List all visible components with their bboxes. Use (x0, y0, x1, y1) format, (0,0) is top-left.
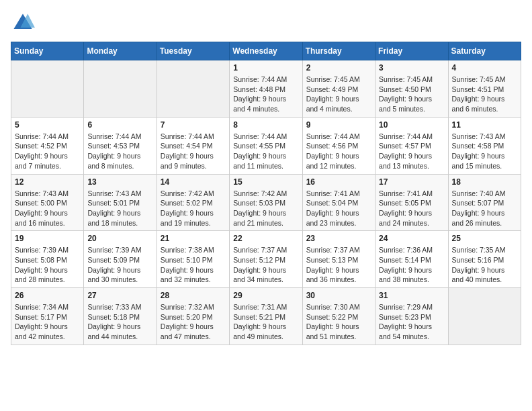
day-info: Sunrise: 7:40 AMSunset: 5:07 PMDaylight:… (452, 189, 517, 228)
calendar-cell: 4Sunrise: 7:45 AMSunset: 4:51 PMDaylight… (448, 60, 521, 118)
calendar-cell: 28Sunrise: 7:32 AMSunset: 5:20 PMDayligh… (157, 288, 229, 345)
calendar-cell: 8Sunrise: 7:44 AMSunset: 4:55 PMDaylight… (230, 117, 302, 174)
calendar-cell: 21Sunrise: 7:38 AMSunset: 5:10 PMDayligh… (157, 231, 229, 288)
day-number: 25 (452, 234, 517, 243)
day-info: Sunrise: 7:44 AMSunset: 4:56 PMDaylight:… (306, 132, 371, 171)
calendar-cell: 30Sunrise: 7:30 AMSunset: 5:22 PMDayligh… (302, 288, 375, 345)
calendar-cell: 23Sunrise: 7:37 AMSunset: 5:13 PMDayligh… (302, 231, 375, 288)
day-number: 2 (306, 63, 371, 73)
day-info: Sunrise: 7:41 AMSunset: 5:05 PMDaylight:… (379, 189, 444, 228)
day-info: Sunrise: 7:45 AMSunset: 4:51 PMDaylight:… (452, 75, 517, 114)
calendar-cell: 27Sunrise: 7:33 AMSunset: 5:18 PMDayligh… (84, 288, 157, 345)
day-info: Sunrise: 7:43 AMSunset: 5:00 PMDaylight:… (15, 189, 80, 228)
day-number: 30 (306, 291, 371, 300)
calendar-cell: 11Sunrise: 7:43 AMSunset: 4:58 PMDayligh… (448, 117, 521, 174)
day-info: Sunrise: 7:36 AMSunset: 5:14 PMDaylight:… (379, 245, 444, 285)
logo (11, 11, 38, 35)
day-info: Sunrise: 7:37 AMSunset: 5:13 PMDaylight:… (306, 245, 371, 285)
day-info: Sunrise: 7:43 AMSunset: 5:01 PMDaylight:… (87, 189, 152, 228)
day-header-tuesday: Tuesday (157, 42, 229, 60)
calendar-cell: 26Sunrise: 7:34 AMSunset: 5:17 PMDayligh… (11, 288, 84, 345)
day-info: Sunrise: 7:43 AMSunset: 4:58 PMDaylight:… (452, 132, 517, 171)
day-number: 29 (233, 291, 298, 300)
day-number: 8 (233, 120, 298, 130)
day-info: Sunrise: 7:35 AMSunset: 5:16 PMDaylight:… (452, 245, 517, 285)
day-info: Sunrise: 7:41 AMSunset: 5:04 PMDaylight:… (306, 189, 371, 228)
day-header-wednesday: Wednesday (230, 42, 302, 60)
page-header (11, 11, 521, 35)
day-number: 11 (452, 120, 517, 130)
day-header-sunday: Sunday (11, 42, 84, 60)
calendar-cell: 15Sunrise: 7:42 AMSunset: 5:03 PMDayligh… (230, 174, 302, 231)
calendar-week-3: 12Sunrise: 7:43 AMSunset: 5:00 PMDayligh… (11, 174, 521, 231)
day-number: 23 (306, 234, 371, 243)
day-number: 4 (452, 63, 517, 73)
calendar-cell: 29Sunrise: 7:31 AMSunset: 5:21 PMDayligh… (230, 288, 302, 345)
day-number: 17 (379, 177, 444, 187)
calendar-cell (448, 288, 521, 345)
day-number: 28 (161, 291, 226, 300)
day-number: 9 (306, 120, 371, 130)
day-info: Sunrise: 7:44 AMSunset: 4:55 PMDaylight:… (233, 132, 298, 171)
calendar-header-row: SundayMondayTuesdayWednesdayThursdayFrid… (11, 42, 521, 60)
calendar-cell: 12Sunrise: 7:43 AMSunset: 5:00 PMDayligh… (11, 174, 84, 231)
day-number: 13 (87, 177, 152, 187)
day-info: Sunrise: 7:34 AMSunset: 5:17 PMDaylight:… (15, 302, 80, 342)
calendar-cell: 5Sunrise: 7:44 AMSunset: 4:52 PMDaylight… (11, 117, 84, 174)
day-number: 14 (161, 177, 226, 187)
calendar-cell: 9Sunrise: 7:44 AMSunset: 4:56 PMDaylight… (302, 117, 375, 174)
day-number: 10 (379, 120, 444, 130)
calendar-cell: 1Sunrise: 7:44 AMSunset: 4:48 PMDaylight… (230, 60, 302, 118)
day-number: 26 (15, 291, 80, 300)
day-number: 3 (379, 63, 444, 73)
calendar-cell: 31Sunrise: 7:29 AMSunset: 5:23 PMDayligh… (375, 288, 448, 345)
calendar-week-1: 1Sunrise: 7:44 AMSunset: 4:48 PMDaylight… (11, 60, 521, 118)
day-info: Sunrise: 7:39 AMSunset: 5:09 PMDaylight:… (87, 245, 152, 285)
calendar-cell: 17Sunrise: 7:41 AMSunset: 5:05 PMDayligh… (375, 174, 448, 231)
day-number: 21 (161, 234, 226, 243)
day-info: Sunrise: 7:42 AMSunset: 5:03 PMDaylight:… (233, 189, 298, 228)
day-info: Sunrise: 7:44 AMSunset: 4:57 PMDaylight:… (379, 132, 444, 171)
day-info: Sunrise: 7:39 AMSunset: 5:08 PMDaylight:… (15, 245, 80, 285)
calendar-table: SundayMondayTuesdayWednesdayThursdayFrid… (11, 42, 521, 345)
day-info: Sunrise: 7:31 AMSunset: 5:21 PMDaylight:… (233, 302, 298, 342)
day-number: 31 (379, 291, 444, 300)
day-info: Sunrise: 7:45 AMSunset: 4:50 PMDaylight:… (379, 75, 444, 114)
day-info: Sunrise: 7:33 AMSunset: 5:18 PMDaylight:… (87, 302, 152, 342)
calendar-cell: 10Sunrise: 7:44 AMSunset: 4:57 PMDayligh… (375, 117, 448, 174)
day-info: Sunrise: 7:45 AMSunset: 4:49 PMDaylight:… (306, 75, 371, 114)
day-number: 24 (379, 234, 444, 243)
day-number: 20 (87, 234, 152, 243)
day-number: 19 (15, 234, 80, 243)
day-info: Sunrise: 7:29 AMSunset: 5:23 PMDaylight:… (379, 302, 444, 342)
day-number: 12 (15, 177, 80, 187)
day-info: Sunrise: 7:44 AMSunset: 4:53 PMDaylight:… (87, 132, 152, 171)
day-number: 5 (15, 120, 80, 130)
day-header-friday: Friday (375, 42, 448, 60)
day-number: 16 (306, 177, 371, 187)
day-header-monday: Monday (84, 42, 157, 60)
calendar-cell: 24Sunrise: 7:36 AMSunset: 5:14 PMDayligh… (375, 231, 448, 288)
day-number: 1 (233, 63, 298, 73)
calendar-cell (157, 60, 229, 118)
calendar-cell: 13Sunrise: 7:43 AMSunset: 5:01 PMDayligh… (84, 174, 157, 231)
day-info: Sunrise: 7:38 AMSunset: 5:10 PMDaylight:… (161, 245, 226, 285)
calendar-cell: 14Sunrise: 7:42 AMSunset: 5:02 PMDayligh… (157, 174, 229, 231)
day-number: 6 (87, 120, 152, 130)
day-info: Sunrise: 7:44 AMSunset: 4:48 PMDaylight:… (233, 75, 298, 114)
day-info: Sunrise: 7:44 AMSunset: 4:54 PMDaylight:… (161, 132, 226, 171)
day-number: 27 (87, 291, 152, 300)
day-number: 18 (452, 177, 517, 187)
day-number: 15 (233, 177, 298, 187)
day-info: Sunrise: 7:32 AMSunset: 5:20 PMDaylight:… (161, 302, 226, 342)
calendar-cell: 19Sunrise: 7:39 AMSunset: 5:08 PMDayligh… (11, 231, 84, 288)
calendar-cell: 6Sunrise: 7:44 AMSunset: 4:53 PMDaylight… (84, 117, 157, 174)
calendar-cell (84, 60, 157, 118)
calendar-week-4: 19Sunrise: 7:39 AMSunset: 5:08 PMDayligh… (11, 231, 521, 288)
calendar-cell: 3Sunrise: 7:45 AMSunset: 4:50 PMDaylight… (375, 60, 448, 118)
calendar-cell: 16Sunrise: 7:41 AMSunset: 5:04 PMDayligh… (302, 174, 375, 231)
logo-icon (11, 11, 35, 35)
day-header-thursday: Thursday (302, 42, 375, 60)
calendar-cell: 20Sunrise: 7:39 AMSunset: 5:09 PMDayligh… (84, 231, 157, 288)
calendar-cell: 22Sunrise: 7:37 AMSunset: 5:12 PMDayligh… (230, 231, 302, 288)
